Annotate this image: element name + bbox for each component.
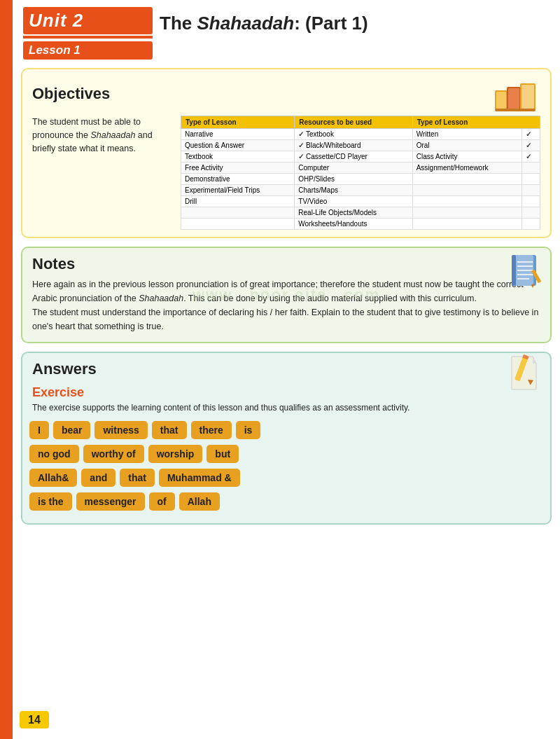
tile-row-3: Allah& and that Muhammad &: [29, 469, 543, 487]
tile-that2: that: [120, 469, 155, 487]
answers-header: Answers: [22, 353, 550, 382]
word-tiles-area: I bear witness that there is no god wort…: [22, 421, 550, 523]
left-border-strip: [0, 0, 13, 739]
page-title: The Shahaadah: (Part 1): [160, 13, 550, 34]
tile-row-4: is the messenger of Allah: [29, 492, 543, 511]
table-row: Demonstrative OHP/Slides: [181, 174, 540, 185]
exercise-title: Exercise: [22, 382, 550, 401]
tile-is: is: [236, 421, 261, 439]
tile-allah2: Allah: [179, 492, 220, 511]
table-row: Real-Life Objects/Models: [181, 207, 540, 219]
unit-underline: [23, 36, 153, 39]
tile-allah: Allah&: [29, 469, 77, 487]
objectives-content: The student must be able to pronounce th…: [32, 116, 540, 230]
tile-I: I: [29, 421, 49, 439]
table-row: Narrative ✓ Textbook Written ✓: [181, 129, 540, 140]
notes-title: Notes: [32, 255, 75, 273]
notes-header: Notes: [22, 248, 550, 277]
objectives-section: Objectives The student must be able to p…: [21, 68, 552, 238]
tile-no-god: no god: [29, 445, 79, 463]
page-number: 14: [20, 711, 49, 728]
title-italic: Shahaadah: [197, 13, 294, 34]
lesson-label: Lesson 1: [23, 41, 153, 60]
objectives-title: Objectives: [32, 85, 110, 103]
tile-worthy-of: worthy of: [83, 445, 144, 463]
lesson-table: Type of Lesson Resources to be used Type…: [181, 116, 540, 230]
header: Unit 2 Lesson 1 The Shahaadah: (Part 1): [13, 0, 560, 60]
tile-row-2: no god worthy of worship but: [29, 445, 543, 463]
tile-witness: witness: [94, 421, 147, 439]
answers-section: Answers Exercise The exercise supports t…: [21, 352, 552, 525]
unit-label: Unit 2: [23, 7, 153, 34]
tile-there: there: [191, 421, 232, 439]
answers-icon: [501, 353, 543, 392]
title-block: The Shahaadah: (Part 1): [153, 7, 550, 34]
table-row: Textbook ✓ Cassette/CD Player Class Acti…: [181, 151, 540, 163]
tile-but: but: [206, 445, 239, 463]
table-row: Drill TV/Video: [181, 196, 540, 207]
tile-messenger: messenger: [76, 492, 145, 511]
svg-marker-18: [533, 357, 536, 364]
notebook-icon: [505, 251, 543, 290]
svg-rect-1: [496, 92, 506, 109]
svg-rect-6: [495, 109, 536, 111]
books-icon: [491, 76, 540, 111]
objectives-text: The student must be able to pronounce th…: [32, 116, 172, 155]
exercise-desc: The exercise supports the learning conte…: [22, 401, 550, 421]
notes-section: Notes www . noor aite . com Here again a…: [21, 247, 552, 343]
table-row: Experimental/Field Trips Charts/Maps: [181, 185, 540, 196]
unit-lesson-block: Unit 2 Lesson 1: [23, 7, 153, 60]
tile-and: and: [81, 469, 115, 487]
tile-bear: bear: [53, 421, 91, 439]
table-row: Free Activity Computer Assignment/Homewo…: [181, 163, 540, 174]
objectives-body: The student must be able to pronounce th…: [22, 116, 550, 237]
svg-rect-3: [508, 88, 519, 109]
table-row: Worksheets/Handouts: [181, 219, 540, 230]
tile-is-the: is the: [29, 492, 72, 511]
tile-row-1: I bear witness that there is: [29, 421, 543, 439]
tile-muhammad: Muhammad &: [159, 469, 240, 487]
objectives-header: Objectives: [22, 69, 550, 116]
tile-of: of: [149, 492, 175, 511]
table-header-1: Type of Lesson: [181, 116, 295, 129]
notes-text: Here again as in the previous lesson pro…: [22, 277, 550, 342]
table-row: Question & Answer ✓ Black/Whiteboard Ora…: [181, 140, 540, 151]
tile-worship: worship: [148, 445, 203, 463]
tile-that: that: [152, 421, 187, 439]
table-header-3: Type of Lesson: [412, 116, 540, 129]
table-header-2: Resources to be used: [295, 116, 412, 129]
answers-title: Answers: [32, 360, 97, 378]
svg-rect-5: [522, 85, 534, 109]
svg-rect-9: [512, 255, 516, 286]
page-number-block: 14: [20, 714, 49, 726]
